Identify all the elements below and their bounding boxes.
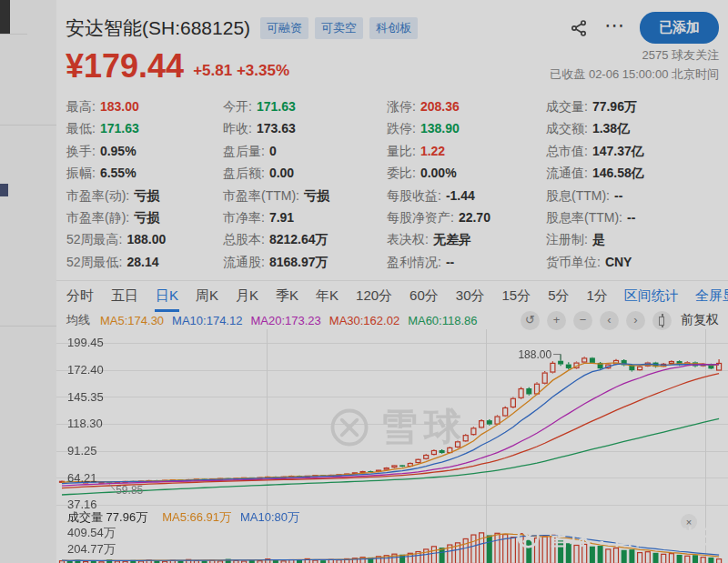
stat-value: 8212.64万	[269, 232, 329, 246]
period-tab[interactable]: 1分	[586, 280, 609, 312]
stat-row: 跌停:138.90	[387, 117, 546, 139]
stat-row: 换手:0.95%	[66, 140, 223, 162]
edge-widget-icon	[0, 184, 8, 196]
undo-icon[interactable]: ↺	[521, 311, 540, 330]
stat-value: -1.44	[446, 188, 475, 203]
stat-label: 市净率:	[223, 210, 265, 225]
stat-value: 77.96万	[592, 99, 637, 114]
period-tab[interactable]: 五日	[110, 280, 139, 312]
stat-row: 股息(TTM):--	[546, 185, 719, 206]
stat-label: 今开:	[223, 99, 252, 114]
stat-row: 市盈率(动):亏损	[66, 185, 223, 206]
stat-value: 208.36	[420, 99, 460, 114]
zoom-out-icon[interactable]: −	[573, 311, 592, 330]
stat-value: 171.63	[257, 99, 296, 114]
stat-value: 146.58亿	[592, 166, 644, 180]
period-tab[interactable]: 15分	[500, 280, 531, 312]
added-button[interactable]: 已添加	[640, 12, 719, 44]
y-axis-label: 118.30	[67, 417, 103, 430]
period-tab[interactable]: 年K	[315, 280, 339, 312]
stat-label: 振幅:	[66, 166, 96, 180]
adjust-mode-label[interactable]: 前复权	[681, 312, 719, 328]
pan-right-icon[interactable]: ›	[626, 311, 645, 330]
stat-label: 总市值:	[546, 144, 588, 158]
period-tab[interactable]: 60分	[409, 280, 440, 312]
stat-value: 亏损	[134, 210, 159, 225]
ma-legend-item: MA20:173.23	[250, 314, 320, 327]
y-axis-label: 145.35	[67, 390, 104, 404]
stat-value: 173.63	[257, 121, 296, 136]
stat-value: 171.63	[100, 121, 139, 136]
stat-row: 今开:171.63	[223, 96, 387, 117]
stat-label: 表决权:	[387, 232, 429, 246]
stat-row: 成交额:1.38亿	[546, 117, 719, 139]
period-tab[interactable]: 季K	[275, 280, 299, 312]
chart-links: 区间统计全屏显示	[624, 287, 728, 305]
stat-row: 流通股:8168.97万	[223, 251, 387, 273]
stat-value: 183.00	[100, 99, 139, 114]
more-options-icon[interactable]: ⋯	[604, 14, 625, 37]
stat-value: 1.38亿	[592, 121, 630, 136]
period-tab[interactable]: 周K	[195, 280, 219, 312]
stat-value: 7.91	[269, 210, 294, 225]
chart-toolbar: 均线 MA5:174.30MA10:174.12MA20:173.23MA30:…	[56, 311, 728, 329]
stat-label: 市盈率(静):	[66, 210, 129, 225]
stat-label: 盈利情况:	[387, 255, 441, 269]
stat-value: 188.00	[126, 232, 166, 246]
chart-link[interactable]: 全屏显示	[695, 287, 728, 305]
stat-label: 每股收益:	[387, 188, 441, 203]
stat-row: 52周最低:28.14	[66, 251, 223, 273]
stat-label: 每股净资产:	[387, 210, 454, 225]
stat-label: 最低:	[66, 121, 96, 136]
share-icon[interactable]	[570, 19, 588, 37]
stat-label: 成交量:	[546, 99, 588, 114]
stat-label: 52周最低:	[66, 255, 122, 269]
stat-value: 无差异	[433, 232, 471, 246]
y-axis-label: 37.16	[67, 498, 97, 511]
stock-badges: 可融资可卖空科创板	[260, 17, 418, 39]
stat-row: 涨停:208.36	[387, 96, 546, 117]
stat-value: 亏损	[304, 188, 329, 203]
ma-legend: MA5:174.30MA10:174.12MA20:173.23MA30:162…	[100, 314, 486, 327]
stat-label: 最高:	[66, 99, 96, 114]
stat-label: 注册制:	[546, 232, 588, 246]
stat-row: 货币单位:CNY	[546, 251, 719, 273]
period-tab[interactable]: 日K	[155, 280, 179, 312]
stat-row: 总市值:147.37亿	[546, 140, 719, 162]
stat-value: 6.55%	[100, 166, 136, 180]
period-tabs: 分时五日日K周K月K季K年K120分60分30分15分5分1分	[66, 281, 624, 311]
stat-row: 昨收:173.63	[223, 117, 387, 139]
stat-row: 成交量:77.96万	[546, 96, 719, 117]
stat-label: 52周最高:	[66, 232, 122, 246]
period-tab[interactable]: 120分	[355, 280, 393, 312]
chart-link[interactable]: 区间统计	[624, 287, 679, 305]
volume-axis-label: 409.54万	[67, 525, 116, 541]
stat-value: 0	[269, 144, 277, 158]
period-tab[interactable]: 5分	[547, 280, 570, 312]
stat-label: 股息(TTM):	[546, 188, 610, 203]
zoom-in-icon[interactable]: +	[547, 311, 566, 330]
stat-label: 盘后额:	[223, 166, 265, 180]
stat-value: 是	[592, 232, 605, 246]
stat-value: CNY	[605, 255, 632, 269]
stat-label: 委比:	[387, 166, 416, 180]
kline-canvas[interactable]	[56, 329, 728, 563]
period-tab[interactable]: 30分	[455, 280, 486, 312]
pan-left-icon[interactable]: ‹	[600, 311, 619, 330]
ma-legend-item: MA10:174.12	[172, 314, 242, 327]
quote-row: ¥179.44 +5.81 +3.35% 2575 球友关注 已收盘 02-06…	[56, 44, 728, 85]
stats-grid: 最高:183.00最低:171.63换手:0.95%振幅:6.55%市盈率(动)…	[56, 85, 728, 273]
stat-value: --	[627, 210, 635, 225]
stat-label: 盘后量:	[223, 144, 265, 158]
stat-row: 盈利情况:--	[387, 251, 546, 273]
stat-row: 注册制:是	[546, 228, 719, 250]
stats-column: 今开:171.63昨收:173.63盘后量:0盘后额:0.00市盈率(TTM):…	[223, 96, 387, 273]
period-tab[interactable]: 分时	[66, 280, 95, 312]
volume-legend-title: 成交量 77.96万	[67, 510, 147, 524]
candle-style-icon[interactable]	[652, 311, 672, 330]
y-axis-label: 199.45	[67, 336, 104, 349]
volume-ma10-label: MA10:80万	[240, 510, 299, 524]
stat-value: 138.90	[420, 121, 460, 136]
stat-value: 0.95%	[100, 144, 136, 158]
period-tab[interactable]: 月K	[235, 280, 259, 312]
